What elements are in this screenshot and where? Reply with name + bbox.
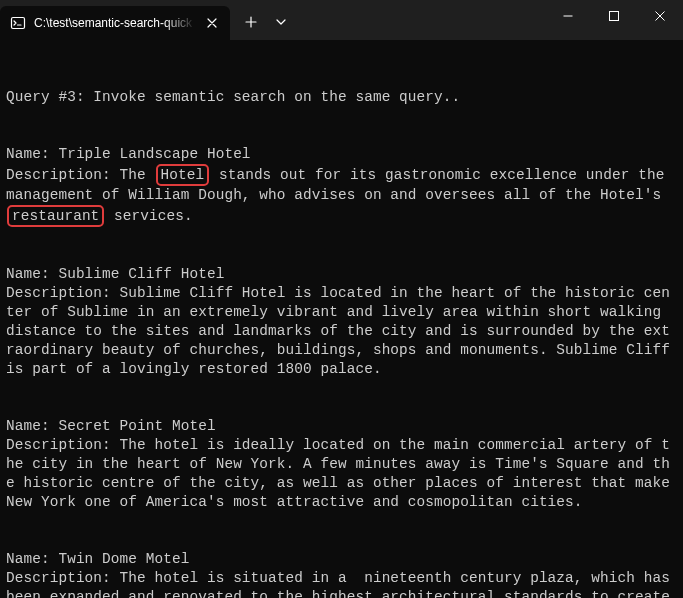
close-window-button[interactable] [637,0,683,32]
search-result: Name: Sublime Cliff Hotel Description: S… [6,265,677,379]
tab-dropdown-button[interactable] [266,7,296,37]
svg-rect-0 [12,18,25,29]
query-header: Query #3: Invoke semantic search on the … [6,88,677,107]
maximize-icon [609,11,619,21]
drag-region[interactable] [296,0,545,40]
result-description: Description: The hotel is situated in a … [6,570,679,598]
svg-rect-3 [610,12,619,21]
plus-icon [245,16,257,28]
active-tab[interactable]: C:\test\semantic-search-quick [0,6,230,40]
tab-actions [230,0,296,40]
window-controls [545,0,683,32]
close-icon [207,18,217,28]
minimize-icon [563,11,573,21]
result-description: Description: The hotel is ideally locate… [6,437,679,510]
tab-title: C:\test\semantic-search-quick [34,16,196,30]
result-name: Name: Sublime Cliff Hotel [6,266,224,282]
search-result: Name: Twin Dome Motel Description: The h… [6,550,677,598]
search-result: Name: Secret Point Motel Description: Th… [6,417,677,512]
result-description: Description: The Hotel stands out for it… [6,167,673,224]
result-name: Name: Triple Landscape Hotel [6,146,251,162]
result-name: Name: Secret Point Motel [6,418,216,434]
close-icon [655,11,665,21]
minimize-button[interactable] [545,0,591,32]
chevron-down-icon [276,19,286,25]
terminal-icon [10,15,26,31]
highlight-term: restaurant [7,205,104,227]
close-tab-button[interactable] [204,15,220,31]
terminal-output[interactable]: Query #3: Invoke semantic search on the … [0,40,683,598]
highlight-term: Hotel [156,164,210,186]
new-tab-button[interactable] [236,7,266,37]
search-result: Name: Triple Landscape Hotel Description… [6,145,677,227]
titlebar: C:\test\semantic-search-quick [0,0,683,40]
result-description: Description: Sublime Cliff Hotel is loca… [6,285,679,377]
result-name: Name: Twin Dome Motel [6,551,189,567]
maximize-button[interactable] [591,0,637,32]
